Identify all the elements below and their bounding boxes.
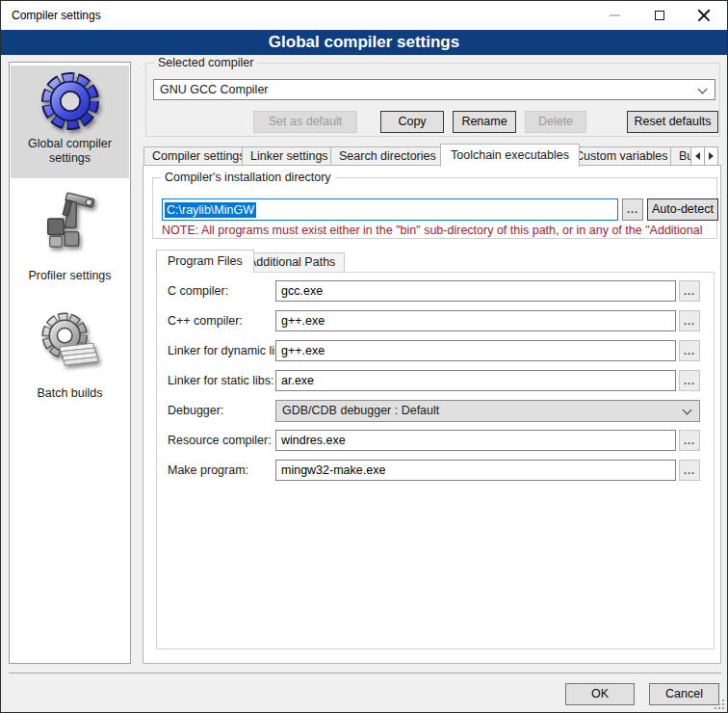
minimize-icon [610, 14, 620, 16]
make-program-input[interactable] [275, 460, 676, 481]
resize-grip[interactable] [715, 700, 724, 709]
caliper-icon [40, 190, 100, 250]
c-compiler-browse-button[interactable]: ... [679, 280, 700, 302]
tab-search-directories[interactable]: Search directories [330, 146, 445, 166]
close-button[interactable] [682, 1, 726, 30]
rename-button[interactable]: Rename [453, 111, 516, 133]
delete-button: Delete [525, 111, 586, 133]
reset-defaults-button[interactable]: Reset defaults [627, 111, 718, 133]
sidebar-item-global-compiler-settings[interactable]: Global compiler settings [11, 66, 129, 178]
compiler-settings-dialog: Compiler settings Global compiler settin… [0, 0, 728, 713]
debugger-label: Debugger: [168, 400, 223, 421]
tab-custom-variables[interactable]: Custom variables [566, 146, 677, 166]
footer-divider [9, 673, 721, 673]
debugger-select[interactable]: GDB/CDB debugger : Default [275, 400, 700, 422]
tab-linker-settings[interactable]: Linker settings [242, 146, 337, 166]
c-compiler-input[interactable] [275, 280, 676, 302]
blue-gear-icon [40, 71, 100, 131]
bin-subdirectory-note: NOTE: All programs must exist either in … [162, 224, 718, 237]
tab-scroll-buttons [690, 146, 718, 166]
make-program-label: Make program: [168, 460, 248, 481]
cpp-compiler-browse-button[interactable]: ... [679, 310, 700, 331]
close-icon [697, 9, 711, 22]
group-legend: Compiler's installation directory [161, 171, 335, 185]
tab-additional-paths[interactable]: Additional Paths [239, 252, 345, 272]
static-linker-label: Linker for static libs: [168, 370, 273, 391]
settings-sidebar: Global compiler settings Pro [9, 62, 131, 664]
static-linker-browse-button[interactable]: ... [679, 370, 700, 391]
ok-button[interactable]: OK [565, 683, 635, 705]
tab-scroll-left-button[interactable] [690, 146, 705, 166]
debugger-select-value: GDB/CDB debugger : Default [282, 404, 439, 417]
dynamic-linker-input[interactable] [275, 340, 676, 361]
resource-compiler-input[interactable] [275, 430, 676, 451]
tab-program-files[interactable]: Program Files [156, 250, 254, 273]
minimize-button[interactable] [592, 1, 637, 30]
chevron-down-icon [683, 406, 692, 415]
dynamic-linker-label: Linker for dynamic libs: [168, 340, 291, 361]
cancel-button[interactable]: Cancel [649, 683, 719, 705]
tab-toolchain-executables[interactable]: Toolchain executables [440, 144, 580, 167]
sidebar-item-label: Batch builds [11, 386, 129, 401]
toolchain-executables-page: Compiler's installation directory C:\ray… [143, 165, 721, 664]
sidebar-item-label: Profiler settings [11, 269, 129, 283]
group-legend: Selected compiler [154, 56, 257, 70]
sidebar-item-batch-builds[interactable]: Batch builds [11, 307, 129, 401]
auto-detect-button[interactable]: Auto-detect [647, 198, 718, 221]
compiler-select-value: GNU GCC Compiler [160, 83, 269, 96]
resource-compiler-browse-button[interactable]: ... [679, 430, 700, 451]
set-as-default-button: Set as default [253, 111, 357, 133]
page-title: Global compiler settings [1, 30, 727, 55]
resource-compiler-label: Resource compiler: [168, 430, 272, 451]
compiler-select[interactable]: GNU GCC Compiler [153, 79, 715, 100]
program-files-page: C compiler: ... C++ compiler: ... Linker… [156, 272, 715, 649]
tab-scroll-left-icon [691, 152, 700, 160]
browse-directory-button[interactable]: ... [622, 198, 643, 221]
tab-scroll-right-button[interactable] [704, 146, 718, 166]
compiler-tabs: Compiler settings Linker settings Search… [143, 144, 721, 166]
maximize-icon [655, 11, 664, 20]
sidebar-item-profiler-settings[interactable]: Profiler settings [11, 182, 129, 283]
dynamic-linker-browse-button[interactable]: ... [679, 340, 700, 361]
tab-compiler-settings[interactable]: Compiler settings [143, 146, 254, 166]
maximize-button[interactable] [637, 1, 682, 30]
chevron-down-icon [698, 85, 708, 94]
cpp-compiler-label: C++ compiler: [168, 310, 243, 331]
c-compiler-label: C compiler: [168, 280, 228, 302]
sidebar-item-label: Global compiler settings [11, 137, 129, 166]
installation-directory-input[interactable]: C:\raylib\MinGW [162, 198, 618, 221]
tab-scroll-right-icon [709, 152, 717, 160]
copy-button[interactable]: Copy [380, 111, 444, 133]
static-linker-input[interactable] [275, 370, 676, 391]
selected-path-text: C:\raylib\MinGW [165, 202, 256, 218]
window-title: Compiler settings [12, 1, 101, 30]
titlebar[interactable]: Compiler settings [1, 1, 727, 30]
cpp-compiler-input[interactable] [275, 310, 676, 331]
gray-gear-stack-icon [40, 311, 100, 371]
make-program-browse-button[interactable]: ... [679, 460, 700, 481]
